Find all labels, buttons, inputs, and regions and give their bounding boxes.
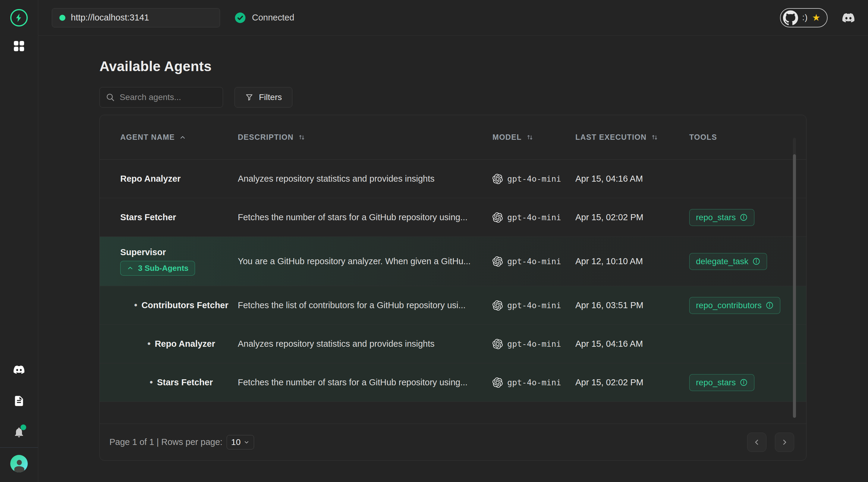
connection-status-label: Connected — [252, 13, 294, 23]
table-row[interactable]: Stars Fetcher Fetches the number of star… — [100, 198, 806, 237]
last-execution: Apr 16, 03:51 PM — [575, 300, 689, 310]
openai-icon — [493, 256, 503, 267]
chevron-left-icon — [752, 438, 761, 446]
table-row-subagent[interactable]: • Contributors Fetcher Fetches the list … — [100, 286, 806, 325]
github-smiley-text: :) — [802, 13, 808, 22]
chevron-right-icon — [780, 438, 789, 446]
topbar-right-group: :) ★ — [780, 8, 856, 27]
server-online-dot — [59, 15, 65, 21]
openai-icon — [493, 339, 503, 349]
info-icon — [752, 257, 761, 265]
model-name: gpt-4o-mini — [507, 213, 561, 222]
agent-description: Fetches the number of stars for a GitHub… — [238, 213, 493, 222]
model-name: gpt-4o-mini — [507, 174, 561, 184]
discord-link-icon[interactable] — [841, 12, 856, 24]
previous-page-button[interactable] — [747, 432, 767, 452]
column-header-model[interactable]: MODEL — [493, 133, 575, 141]
last-execution: Apr 15, 04:16 AM — [575, 339, 689, 349]
agent-description: Analyzes repository statistics and provi… — [238, 339, 493, 349]
column-header-agent-name[interactable]: AGENT NAME — [108, 133, 238, 141]
tool-name: repo_stars — [696, 213, 736, 222]
star-icon: ★ — [812, 13, 820, 22]
agent-name: Supervisor — [120, 247, 166, 257]
openai-icon — [493, 174, 503, 184]
table-header: AGENT NAME DESCRIPTION MODEL — [100, 115, 806, 160]
last-execution: Apr 12, 10:10 AM — [575, 256, 689, 266]
subagent-bullet: • — [147, 339, 150, 349]
openai-icon — [493, 300, 503, 311]
github-icon — [783, 10, 798, 25]
avatar[interactable] — [10, 455, 28, 472]
model-name: gpt-4o-mini — [507, 257, 561, 266]
last-execution: Apr 15, 02:02 PM — [575, 213, 689, 222]
tool-badge[interactable]: repo_stars — [689, 374, 754, 391]
sort-icon — [298, 133, 306, 141]
table-row[interactable]: Repo Analyzer Analyzes repository statis… — [100, 160, 806, 198]
lightning-icon — [14, 13, 24, 23]
github-star-button[interactable]: :) ★ — [780, 8, 828, 27]
server-url: http://localhost:3141 — [71, 13, 149, 23]
column-label: LAST EXECUTION — [575, 133, 647, 141]
pagination-summary: Page 1 of 1 | Rows per page: — [110, 437, 222, 447]
pager — [747, 432, 794, 452]
info-icon — [740, 378, 748, 386]
subagents-toggle[interactable]: 3 Sub-Agents — [120, 261, 195, 276]
table-footer: Page 1 of 1 | Rows per page: 10 — [100, 423, 806, 460]
subagent-bullet: • — [134, 300, 137, 310]
agent-name: Repo Analyzer — [155, 339, 215, 349]
table-scrollbar-thumb[interactable] — [793, 154, 796, 418]
notification-dot — [21, 424, 26, 430]
search-box[interactable] — [99, 87, 223, 107]
column-label: DESCRIPTION — [238, 133, 293, 141]
subagents-count-label: 3 Sub-Agents — [138, 264, 189, 273]
table-row-supervisor[interactable]: Supervisor 3 Sub-Agents You are a GitHub… — [100, 237, 806, 286]
agent-name: Contributors Fetcher — [141, 300, 228, 310]
document-icon[interactable] — [13, 395, 25, 407]
check-circle-icon — [235, 12, 246, 24]
search-input[interactable] — [120, 93, 217, 102]
next-page-button[interactable] — [775, 432, 794, 452]
app-logo[interactable] — [10, 9, 28, 27]
chevron-up-icon — [179, 134, 186, 141]
search-icon — [106, 93, 115, 102]
table-row-subagent[interactable]: • Repo Analyzer Analyzes repository stat… — [100, 325, 806, 363]
agent-name: Stars Fetcher — [120, 213, 176, 222]
tool-badge[interactable]: repo_stars — [689, 209, 754, 226]
filters-button[interactable]: Filters — [235, 87, 292, 107]
openai-icon — [493, 213, 503, 223]
agents-table-card: AGENT NAME DESCRIPTION MODEL — [99, 115, 807, 460]
sidebar — [0, 0, 38, 482]
app-root: http://localhost:3141 Connected :) ★ Ava… — [0, 0, 868, 482]
tool-badge[interactable]: repo_contributors — [689, 297, 780, 314]
apps-grid-icon[interactable] — [14, 41, 24, 51]
model-name: gpt-4o-mini — [507, 301, 561, 310]
sidebar-divider — [0, 447, 38, 448]
chevron-up-icon — [127, 264, 134, 272]
connection-status: Connected — [235, 12, 294, 24]
column-label: TOOLS — [689, 133, 717, 141]
filters-button-label: Filters — [259, 93, 282, 102]
agent-description: You are a GitHub repository analyzer. Wh… — [238, 256, 493, 266]
rows-per-page-select[interactable]: 10 — [227, 435, 254, 449]
column-header-description[interactable]: DESCRIPTION — [238, 133, 493, 141]
tool-name: delegate_task — [696, 257, 748, 266]
last-execution: Apr 15, 02:02 PM — [575, 378, 689, 387]
sort-icon — [526, 133, 534, 141]
table-controls: Filters — [99, 87, 807, 107]
column-header-tools: TOOLS — [689, 133, 798, 141]
topbar: http://localhost:3141 Connected :) ★ — [38, 0, 868, 36]
server-url-field[interactable]: http://localhost:3141 — [52, 8, 220, 27]
table-row-subagent[interactable]: • Stars Fetcher Fetches the number of st… — [100, 363, 806, 402]
info-icon — [740, 213, 748, 221]
page-title: Available Agents — [99, 58, 807, 74]
subagent-bullet: • — [150, 378, 153, 387]
tool-badge[interactable]: delegate_task — [689, 253, 767, 270]
tool-name: repo_contributors — [696, 301, 762, 310]
main-content: Available Agents Filters AGENT NAME — [38, 36, 868, 482]
last-execution: Apr 15, 04:16 AM — [575, 174, 689, 184]
column-label: AGENT NAME — [120, 133, 175, 141]
filter-funnel-icon — [245, 93, 253, 101]
bell-icon[interactable] — [13, 426, 25, 438]
discord-icon[interactable] — [12, 364, 26, 375]
column-header-last-execution[interactable]: LAST EXECUTION — [575, 133, 689, 141]
